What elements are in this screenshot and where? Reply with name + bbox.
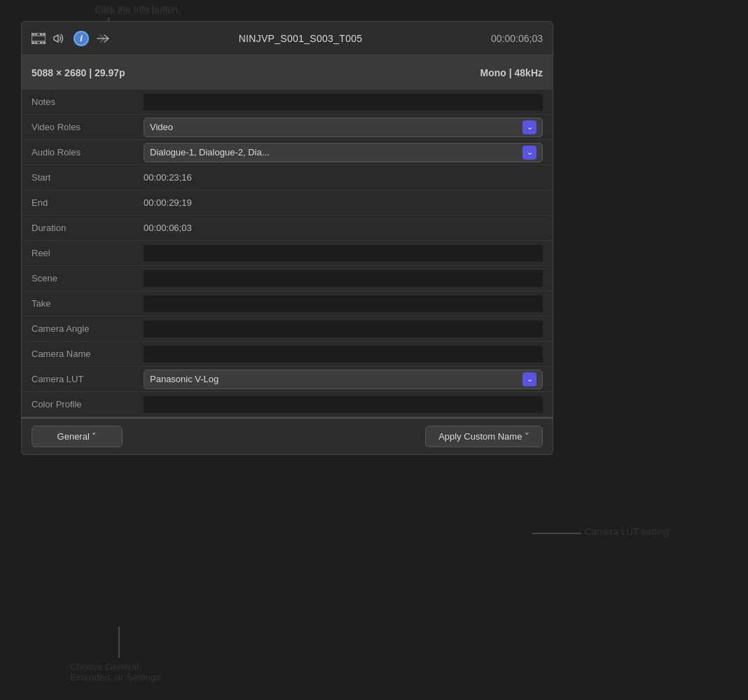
clip-title: NINJVP_S001_S003_T005 bbox=[117, 33, 484, 44]
speaker-icon bbox=[53, 31, 67, 46]
notes-row: Notes bbox=[22, 90, 553, 115]
share-icon[interactable] bbox=[96, 31, 110, 46]
camera-angle-input[interactable] bbox=[144, 321, 543, 337]
svg-rect-9 bbox=[43, 34, 45, 35]
properties-panel: Notes Video Roles Video ⌄ Audio Roles Di… bbox=[21, 90, 553, 418]
audio-info: Mono | 48kHz bbox=[480, 67, 543, 78]
svg-rect-7 bbox=[35, 34, 37, 35]
info-button[interactable]: i bbox=[74, 31, 89, 46]
bottom-bar: General ˅ Apply Custom Name ˅ bbox=[21, 418, 553, 455]
duration-label: Duration bbox=[32, 223, 144, 233]
video-roles-label: Video Roles bbox=[32, 122, 144, 132]
general-button[interactable]: General ˅ bbox=[32, 426, 123, 447]
video-roles-dropdown[interactable]: Video ⌄ bbox=[144, 118, 543, 137]
general-button-label: General ˅ bbox=[57, 431, 97, 442]
info-bar: 5088 × 2680 | 29.97p Mono | 48kHz bbox=[21, 55, 553, 90]
camera-angle-label: Camera Angle bbox=[32, 323, 144, 334]
scene-row: Scene bbox=[22, 266, 553, 291]
take-row: Take bbox=[22, 291, 553, 316]
camera-name-row: Camera Name bbox=[22, 342, 553, 367]
reel-label: Reel bbox=[32, 248, 144, 258]
apply-custom-name-button[interactable]: Apply Custom Name ˅ bbox=[425, 426, 543, 447]
reel-row: Reel bbox=[22, 241, 553, 266]
camera-angle-row: Camera Angle bbox=[22, 316, 553, 342]
apply-custom-name-label: Apply Custom Name ˅ bbox=[438, 431, 529, 442]
scene-label: Scene bbox=[32, 273, 144, 284]
camera-lut-label: Camera LUT bbox=[32, 374, 144, 384]
svg-marker-14 bbox=[54, 35, 58, 42]
scene-input[interactable] bbox=[144, 270, 543, 287]
film-icon bbox=[32, 31, 46, 46]
start-label: Start bbox=[32, 172, 144, 183]
camera-lut-chevron: ⌄ bbox=[522, 372, 536, 386]
audio-roles-label: Audio Roles bbox=[32, 147, 144, 158]
duration-row: Duration 00:00:06;03 bbox=[22, 216, 553, 241]
svg-rect-8 bbox=[40, 34, 42, 35]
reel-input[interactable] bbox=[144, 245, 543, 262]
video-roles-value: Video bbox=[150, 122, 173, 132]
start-row: Start 00:00:23;16 bbox=[22, 165, 553, 190]
camera-lut-value: Panasonic V-Log bbox=[150, 374, 219, 384]
color-profile-input[interactable] bbox=[144, 396, 543, 413]
callout-camera-lut-text: Camera LUT setting bbox=[585, 526, 670, 537]
notes-input[interactable] bbox=[144, 94, 543, 111]
video-roles-chevron: ⌄ bbox=[522, 120, 536, 134]
callout-general-text: Choose General, Extended, or Settings. bbox=[70, 662, 163, 682]
audio-roles-chevron: ⌄ bbox=[522, 146, 536, 160]
resolution-info: 5088 × 2680 | 29.97p bbox=[32, 67, 125, 78]
camera-lut-dropdown[interactable]: Panasonic V-Log ⌄ bbox=[144, 370, 543, 389]
info-icon: i bbox=[80, 33, 83, 43]
start-value: 00:00:23;16 bbox=[144, 172, 543, 183]
notes-label: Notes bbox=[32, 97, 144, 107]
video-roles-row: Video Roles Video ⌄ bbox=[22, 115, 553, 140]
take-label: Take bbox=[32, 298, 144, 309]
callout-info-text: Click the Info button. bbox=[95, 6, 181, 16]
color-profile-row: Color Profile bbox=[22, 392, 553, 417]
svg-rect-12 bbox=[40, 42, 42, 43]
camera-lut-row: Camera LUT Panasonic V-Log ⌄ bbox=[22, 367, 553, 392]
end-row: End 00:00:29;19 bbox=[22, 190, 553, 216]
camera-name-label: Camera Name bbox=[32, 349, 144, 359]
audio-roles-dropdown[interactable]: Dialogue-1, Dialogue-2, Dia... ⌄ bbox=[144, 143, 543, 162]
color-profile-label: Color Profile bbox=[32, 399, 144, 410]
camera-name-input[interactable] bbox=[144, 346, 543, 363]
main-panel: i NINJVP_S001_S003_T005 00:00:06;03 5088… bbox=[21, 21, 553, 455]
clip-time: 00:00:06;03 bbox=[491, 33, 543, 44]
toolbar: i NINJVP_S001_S003_T005 00:00:06;03 bbox=[21, 21, 553, 55]
svg-rect-6 bbox=[32, 34, 34, 35]
audio-roles-value: Dialogue-1, Dialogue-2, Dia... bbox=[150, 147, 270, 158]
take-input[interactable] bbox=[144, 295, 543, 312]
svg-rect-10 bbox=[32, 42, 34, 43]
duration-value: 00:00:06;03 bbox=[144, 223, 543, 233]
audio-roles-row: Audio Roles Dialogue-1, Dialogue-2, Dia.… bbox=[22, 140, 553, 165]
svg-rect-11 bbox=[35, 42, 37, 43]
end-label: End bbox=[32, 197, 144, 208]
end-value: 00:00:29;19 bbox=[144, 197, 543, 208]
svg-rect-13 bbox=[43, 42, 45, 43]
